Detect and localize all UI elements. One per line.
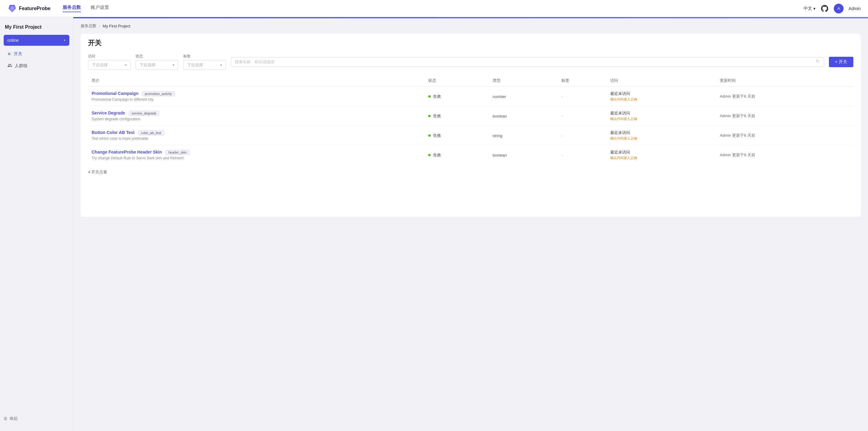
sidebar-env-name: online bbox=[7, 38, 19, 43]
audience-icon bbox=[7, 63, 12, 69]
update-text-2: Admin 更新于6 天前 bbox=[720, 133, 755, 138]
col-header-labels: 标签 bbox=[558, 75, 607, 87]
sidebar-item-audience[interactable]: 人群组 bbox=[4, 60, 69, 72]
search-icon bbox=[816, 59, 820, 64]
cell-access-0: 最近未访问 确认代码接入正确 bbox=[607, 87, 716, 106]
filter-tags: 标签 下拉选择 ▾ bbox=[183, 54, 226, 70]
table-row: Button Color AB Test color_ab_test Test … bbox=[88, 126, 853, 145]
nav-link-account[interactable]: 账户设置 bbox=[91, 5, 109, 12]
chevron-down-icon: ▾ bbox=[125, 63, 127, 67]
collapse-icon: ☰ bbox=[4, 416, 7, 421]
sidebar-collapse[interactable]: ☰ 收起 bbox=[0, 411, 73, 426]
search-input[interactable] bbox=[235, 60, 813, 64]
labels-text-2: - bbox=[561, 133, 563, 138]
access-main-1: 最近未访问 bbox=[610, 110, 713, 116]
toggle-tag-3: header_skin bbox=[165, 150, 189, 155]
toggle-icon: ✕ bbox=[7, 51, 11, 57]
cell-update-0: Admin 更新于6 天前 bbox=[716, 87, 853, 106]
toggle-desc-1: System degrade configuration. bbox=[92, 117, 421, 121]
toggle-tag-2: color_ab_test bbox=[138, 130, 164, 135]
status-dot-1 bbox=[428, 115, 431, 117]
filter-access-label: 访问 bbox=[88, 54, 131, 59]
table-header-row: 简介 状态 类型 标签 访问 更新时间 bbox=[88, 75, 853, 87]
sidebar-item-audience-label: 人群组 bbox=[15, 63, 28, 69]
cell-access-2: 最近未访问 确认代码接入正确 bbox=[607, 126, 716, 145]
cell-status-1: 生效 bbox=[425, 106, 489, 126]
toggle-name-2[interactable]: Button Color AB Test bbox=[92, 130, 135, 135]
cell-labels-0: - bbox=[558, 87, 607, 106]
sidebar-project-name: My First Project bbox=[0, 22, 73, 35]
type-text-1: boolean bbox=[493, 114, 507, 119]
labels-text-1: - bbox=[561, 114, 563, 119]
access-main-2: 最近未访问 bbox=[610, 130, 713, 135]
filter-access-select[interactable]: 下拉选择 ▾ bbox=[88, 60, 131, 70]
cell-labels-2: - bbox=[558, 126, 607, 145]
cell-labels-3: - bbox=[558, 145, 607, 165]
total-count-text: 4 开关总量 bbox=[88, 170, 107, 174]
nav-link-service[interactable]: 服务总数 bbox=[63, 5, 81, 12]
toggle-name-1[interactable]: Service Degrade bbox=[92, 110, 125, 115]
status-text-0: 生效 bbox=[433, 94, 441, 99]
cell-description-3: Change FeatureProbe Header Skin header_s… bbox=[88, 145, 425, 165]
admin-label: Admin bbox=[848, 6, 861, 11]
access-sub-3: 确认代码接入正确 bbox=[610, 156, 713, 160]
filter-access-placeholder: 下拉选择 bbox=[92, 62, 108, 68]
update-text-0: Admin 更新于6 天前 bbox=[720, 94, 755, 99]
page-title: 开关 bbox=[88, 38, 853, 47]
status-text-1: 生效 bbox=[433, 113, 441, 118]
filter-status-label: 状态 bbox=[135, 54, 178, 59]
cell-access-1: 最近未访问 确认代码接入正确 bbox=[607, 106, 716, 126]
language-selector[interactable]: 中文 ▾ bbox=[804, 6, 815, 11]
status-dot-0 bbox=[428, 95, 431, 98]
toggle-desc-0: Promotional Campaign in different city bbox=[92, 97, 421, 102]
type-text-2: string bbox=[493, 133, 502, 138]
type-text-3: boolean bbox=[493, 153, 507, 158]
page-body: 开关 访问 下拉选择 ▾ 状态 下拉选择 ▾ bbox=[81, 34, 861, 217]
table-row: Change FeatureProbe Header Skin header_s… bbox=[88, 145, 853, 165]
main-content: 服务总数 › My First Project 开关 访问 下拉选择 ▾ 状态 bbox=[73, 17, 868, 431]
filter-tags-label: 标签 bbox=[183, 54, 226, 59]
add-toggle-button[interactable]: + 开关 bbox=[829, 57, 853, 67]
sidebar-environment[interactable]: online ▾ bbox=[4, 35, 69, 46]
toggle-name-0[interactable]: Promotional Campaign bbox=[92, 91, 138, 96]
cell-type-0: number bbox=[489, 87, 558, 106]
access-sub-1: 确认代码接入正确 bbox=[610, 117, 713, 121]
breadcrumb-parent[interactable]: 服务总数 bbox=[81, 23, 96, 29]
filter-tags-select[interactable]: 下拉选择 ▾ bbox=[183, 60, 226, 70]
access-sub-2: 确认代码接入正确 bbox=[610, 136, 713, 141]
cell-description-0: Promotional Campaign promotion_activity … bbox=[88, 87, 425, 106]
filter-access: 访问 下拉选择 ▾ bbox=[88, 54, 131, 70]
logo[interactable]: FeatureProbe bbox=[7, 4, 51, 13]
toggle-tag-0: promotion_activity bbox=[142, 91, 175, 96]
cell-description-1: Service Degrade service_degrade System d… bbox=[88, 106, 425, 126]
col-header-update: 更新时间 bbox=[716, 75, 853, 87]
toggle-desc-3: Try change Default Rule to Serve Dark sk… bbox=[92, 156, 421, 160]
chevron-down-icon: ▾ bbox=[64, 38, 66, 42]
avatar[interactable]: A bbox=[834, 4, 843, 13]
status-dot-2 bbox=[428, 134, 431, 137]
filter-status-select[interactable]: 下拉选择 ▾ bbox=[135, 60, 178, 70]
logo-text: FeatureProbe bbox=[19, 6, 51, 11]
breadcrumb-separator: › bbox=[99, 24, 100, 28]
layout: My First Project online ▾ ✕ 开关 人群组 ☰ 收起 bbox=[0, 17, 868, 431]
table-row: Promotional Campaign promotion_activity … bbox=[88, 87, 853, 106]
search-bar bbox=[231, 57, 824, 67]
cell-access-3: 最近未访问 确认代码接入正确 bbox=[607, 145, 716, 165]
toggle-name-3[interactable]: Change FeatureProbe Header Skin bbox=[92, 150, 162, 155]
cell-status-2: 生效 bbox=[425, 126, 489, 145]
access-main-0: 最近未访问 bbox=[610, 91, 713, 96]
toggle-desc-2: Test which color is more preferable bbox=[92, 136, 421, 141]
filter-tags-placeholder: 下拉选择 bbox=[187, 62, 203, 68]
filter-status: 状态 下拉选择 ▾ bbox=[135, 54, 178, 70]
cell-update-1: Admin 更新于6 天前 bbox=[716, 106, 853, 126]
col-header-description: 简介 bbox=[88, 75, 425, 87]
sidebar-item-toggle[interactable]: ✕ 开关 bbox=[4, 48, 69, 60]
cell-update-2: Admin 更新于6 天前 bbox=[716, 126, 853, 145]
filters-row: 访问 下拉选择 ▾ 状态 下拉选择 ▾ 标签 下拉选择 bbox=[88, 54, 853, 70]
breadcrumb: 服务总数 › My First Project bbox=[73, 18, 868, 29]
access-main-3: 最近未访问 bbox=[610, 150, 713, 155]
github-icon[interactable] bbox=[820, 4, 829, 13]
status-text-3: 生效 bbox=[433, 153, 441, 157]
cell-labels-1: - bbox=[558, 106, 607, 126]
cell-type-1: boolean bbox=[489, 106, 558, 126]
